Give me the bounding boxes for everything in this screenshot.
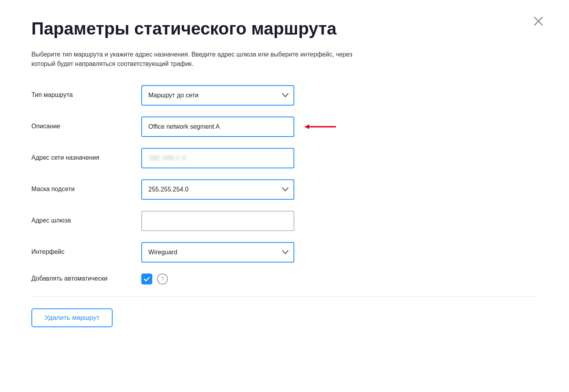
subnet-mask-select-wrapper: 255.255.255.0 255.255.254.0 255.255.0.0 …: [141, 179, 294, 200]
dialog-title: Параметры статического маршрута: [31, 19, 538, 39]
description-input-wrap: [141, 117, 337, 137]
description-input[interactable]: [141, 117, 294, 137]
divider: [31, 296, 538, 297]
subnet-mask-label: Маска подсети: [31, 185, 141, 193]
destination-address-label: Адрес сети назначения: [31, 153, 141, 162]
route-type-select[interactable]: Маршрут до сети Маршрут до хоста: [141, 85, 294, 106]
gateway-row: Адрес шлюза: [31, 211, 538, 231]
dialog-subtitle: Выберите тип маршрута и укажите адрес на…: [31, 50, 353, 69]
description-row: Описание: [31, 117, 538, 137]
description-label: Описание: [31, 122, 141, 131]
auto-add-checkbox[interactable]: [141, 273, 152, 284]
gateway-label: Адрес шлюза: [31, 216, 141, 225]
gateway-input[interactable]: [141, 211, 294, 231]
interface-row: Интерфейс Wireguard LAN WAN: [31, 242, 538, 263]
auto-add-row: Добавлять автоматически ?: [31, 273, 538, 284]
route-type-select-wrapper: Маршрут до сети Маршрут до хоста: [141, 85, 294, 106]
interface-label: Интерфейс: [31, 248, 141, 256]
gateway-input-wrap: [141, 211, 294, 231]
auto-add-controls: ?: [141, 273, 168, 284]
subnet-mask-row: Маска подсети 255.255.255.0 255.255.254.…: [31, 179, 538, 200]
auto-add-help-icon[interactable]: ?: [157, 273, 168, 284]
interface-select-wrapper: Wireguard LAN WAN: [141, 242, 294, 263]
destination-address-input-wrap: [141, 148, 294, 168]
route-type-label: Тип маршрута: [31, 91, 141, 99]
subnet-mask-select[interactable]: 255.255.255.0 255.255.254.0 255.255.0.0 …: [141, 179, 294, 200]
red-arrow-annotation: [301, 121, 337, 132]
static-route-dialog: Параметры статического маршрута Выберите…: [0, 0, 569, 392]
route-type-row: Тип маршрута Маршрут до сети Маршрут до …: [31, 85, 538, 106]
svg-marker-3: [305, 124, 309, 129]
auto-add-label: Добавлять автоматически: [31, 274, 141, 283]
interface-select[interactable]: Wireguard LAN WAN: [141, 242, 294, 263]
destination-address-input[interactable]: [141, 148, 294, 168]
destination-address-row: Адрес сети назначения: [31, 148, 538, 168]
delete-route-button[interactable]: Удалить маршрут: [31, 308, 113, 327]
close-button[interactable]: [531, 14, 545, 28]
